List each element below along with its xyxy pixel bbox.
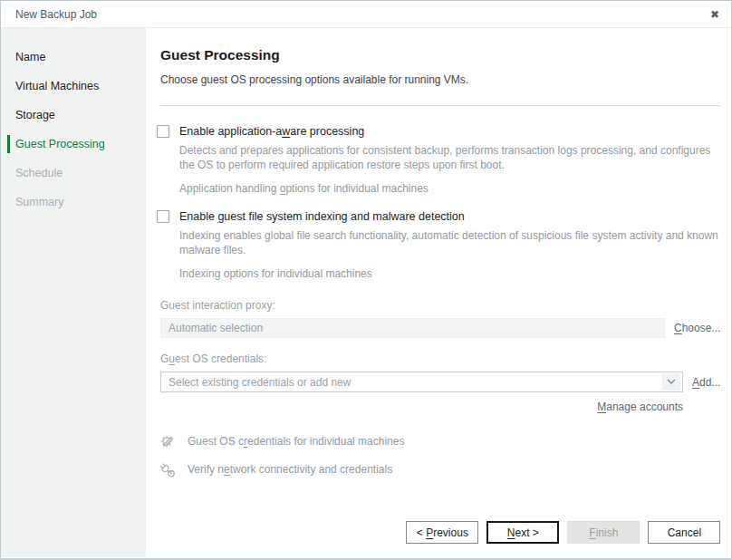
sidebar-item-name[interactable]: Name — [1, 43, 146, 72]
close-icon[interactable]: ✖ — [710, 9, 719, 20]
verify-network-link[interactable]: Verify network connectivity and credenti… — [188, 463, 392, 476]
sidebar-item-summary[interactable]: Summary — [1, 188, 146, 217]
verify-network-row: Verify network connectivity and credenti… — [159, 460, 720, 478]
dialog-body: Name Virtual Machines Storage Guest Proc… — [1, 28, 731, 557]
page-title: Guest Processing — [160, 47, 720, 63]
individual-credentials-row: Guest OS credentials for individual mach… — [159, 432, 720, 450]
app-aware-checkbox-label[interactable]: Enable application-aware processing — [179, 125, 364, 138]
manage-accounts-link[interactable]: Manage accounts — [597, 401, 683, 413]
next-button[interactable]: Next > — [486, 521, 559, 544]
title-bar: New Backup Job ✖ — [1, 1, 731, 28]
sidebar-item-label: Summary — [15, 196, 63, 208]
app-aware-description: Detects and prepares applications for co… — [179, 144, 720, 172]
choose-button[interactable]: Choose... — [674, 322, 720, 334]
credentials-gear-pencil-icon — [159, 432, 177, 450]
guest-interaction-proxy-value: Automatic selection — [169, 322, 263, 334]
guest-interaction-proxy-field[interactable]: Automatic selection — [160, 318, 665, 338]
sidebar-item-storage[interactable]: Storage — [1, 101, 146, 130]
cancel-button[interactable]: Cancel — [648, 521, 720, 544]
app-handling-options-link[interactable]: Application handling options for individ… — [179, 182, 429, 195]
sidebar-item-label: Guest Processing — [15, 138, 105, 150]
page-subtitle: Choose guest OS processing options avail… — [160, 73, 720, 86]
indexing-checkbox[interactable] — [157, 210, 169, 223]
guest-interaction-proxy-label: Guest interaction proxy: — [160, 299, 720, 312]
wizard-footer: < Previous Next > Finish Cancel — [406, 521, 720, 544]
wizard-steps-sidebar: Name Virtual Machines Storage Guest Proc… — [1, 28, 146, 557]
window-title: New Backup Job — [15, 8, 97, 21]
indexing-options-link[interactable]: Indexing options for individual machines — [179, 267, 372, 280]
guest-form: Guest interaction proxy: Automatic selec… — [160, 299, 720, 413]
guest-processing-page: Guest Processing Choose guest OS process… — [146, 28, 732, 557]
sidebar-item-label: Schedule — [15, 167, 63, 179]
header-separator — [160, 105, 720, 106]
previous-button[interactable]: < Previous — [406, 521, 478, 544]
guest-os-credentials-value: Select existing credentials or add new — [169, 376, 351, 389]
app-aware-section: Enable application-aware processing Dete… — [157, 125, 720, 195]
indexing-checkbox-label[interactable]: Enable guest file system indexing and ma… — [179, 210, 465, 223]
guest-os-credentials-label: Guest OS credentials: — [160, 352, 720, 365]
guest-os-credentials-select[interactable]: Select existing credentials or add new — [160, 372, 683, 392]
sidebar-item-label: Name — [15, 51, 45, 63]
individual-credentials-link[interactable]: Guest OS credentials for individual mach… — [188, 435, 404, 448]
finish-button[interactable]: Finish — [567, 521, 640, 544]
sidebar-item-label: Storage — [15, 109, 55, 121]
app-aware-checkbox[interactable] — [157, 125, 169, 138]
new-backup-job-dialog: New Backup Job ✖ Name Virtual Machines S… — [0, 0, 732, 560]
indexing-description: Indexing enables global file search func… — [179, 229, 720, 257]
add-button[interactable]: Add... — [692, 376, 720, 389]
sidebar-item-guest-processing[interactable]: Guest Processing — [1, 130, 146, 159]
indexing-section: Enable guest file system indexing and ma… — [157, 210, 720, 280]
sidebar-item-schedule[interactable]: Schedule — [1, 159, 146, 188]
active-step-indicator — [7, 135, 10, 153]
sidebar-item-virtual-machines[interactable]: Virtual Machines — [1, 72, 146, 101]
network-plug-icon — [159, 460, 177, 478]
chevron-down-icon[interactable] — [662, 373, 680, 391]
sidebar-item-label: Virtual Machines — [15, 80, 99, 92]
